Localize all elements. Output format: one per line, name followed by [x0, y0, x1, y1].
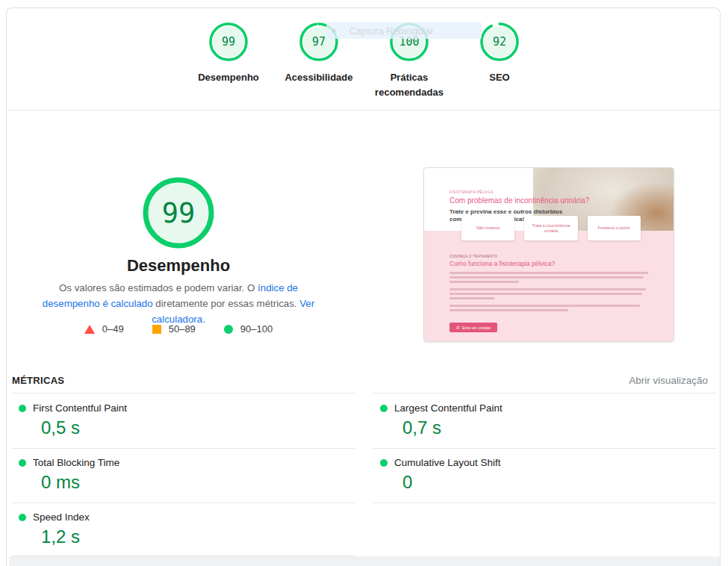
thumbnail-eyebrow: FISIOTERAPIA PÉLVICA [449, 190, 494, 194]
legend-range: 0–49 [102, 323, 124, 335]
legend-average: 50–89 [152, 323, 196, 335]
divider [373, 503, 717, 503]
red-triangle-icon [84, 325, 95, 334]
feature-card: Fortalece o pélvis [588, 216, 641, 240]
score-label: SEO [489, 70, 509, 85]
contact-button-label: Entre em contato [462, 326, 491, 330]
screen-capture-overlay: ✳ Captura Retangular [326, 22, 482, 39]
thumbnail-title: Com problemas de incontinência urinária? [449, 196, 632, 205]
next-section-strip [9, 556, 720, 566]
thumbnail-contact-button: ✆ Entre em contato [449, 323, 497, 332]
orange-square-icon [152, 325, 161, 334]
capture-overlay-label: Captura Retangular [349, 25, 433, 37]
thumbnail-paragraph-placeholder [449, 272, 654, 314]
performance-score-value: 99 [143, 177, 214, 249]
legend-fail: 0–49 [84, 323, 124, 335]
metric-pass-dot [380, 405, 388, 412]
seo-gauge: 92 [480, 22, 519, 61]
green-circle-icon [224, 325, 233, 334]
divider [12, 503, 355, 503]
metric-pass-dot [380, 459, 388, 467]
score-value: 99 [209, 22, 248, 61]
divider [373, 448, 717, 449]
performance-gauge: 99 [209, 22, 248, 61]
open-visualization-toggle[interactable]: Abrir visualização [629, 375, 708, 386]
thumbnail-section-title: Como funciona a fisioterapia pélvica? [449, 260, 555, 267]
performance-description: Os valores são estimados e podem variar.… [33, 280, 324, 327]
score-legend: 0–49 50–89 90–100 [29, 323, 328, 335]
feature-card: Trata a incontinência urinária [524, 216, 577, 240]
score-value: 92 [480, 22, 519, 61]
metric-value-cls: 0 [402, 472, 412, 493]
sparkle-icon: ✳ [331, 27, 337, 35]
header-divider [7, 110, 721, 111]
page-screenshot-thumbnail: FISIOTERAPIA PÉLVICA Com problemas de in… [423, 167, 674, 342]
phone-icon: ✆ [456, 325, 460, 330]
metric-value-speed-index: 1,2 s [41, 526, 80, 547]
metrics-heading: MÉTRICAS [12, 375, 64, 386]
divider [12, 448, 355, 449]
metric-pass-dot [19, 459, 26, 467]
metric-label-fcp: First Contentful Paint [33, 402, 127, 414]
metric-label-cls: Cumulative Layout Shift [394, 457, 501, 468]
metric-label-tbt: Total Blocking Time [33, 457, 119, 468]
score-label: Acessibilidade [284, 70, 352, 85]
feature-card: Não invasivo [461, 216, 514, 240]
metric-pass-dot [19, 405, 26, 412]
summary-score-performance[interactable]: 99 Desempenho [184, 22, 274, 100]
score-label: Práticas recomendadas [365, 70, 453, 100]
thumbnail-feature-cards: Não invasivo Trata a incontinência uriná… [461, 216, 641, 240]
metric-value-tbt: 0 ms [41, 472, 80, 493]
metric-pass-dot [19, 514, 26, 521]
legend-pass: 90–100 [224, 323, 273, 335]
metric-label-speed-index: Speed Index [33, 511, 90, 523]
description-text: Os valores são estimados e podem variar.… [59, 282, 258, 293]
divider [373, 393, 717, 394]
metric-value-fcp: 0,5 s [41, 417, 80, 438]
description-text: diretamente por essas métricas. [153, 298, 300, 309]
performance-section-title: Desempenho [29, 256, 328, 276]
performance-score-gauge: 99 [143, 177, 214, 249]
metric-label-lcp: Largest Contentful Paint [394, 402, 503, 414]
thumbnail-section-eyebrow: CONHEÇA O TRATAMENTO [449, 255, 497, 258]
legend-range: 50–89 [169, 323, 196, 335]
legend-range: 90–100 [240, 323, 273, 335]
divider [12, 393, 355, 394]
score-label: Desempenho [198, 70, 259, 85]
metric-value-lcp: 0,7 s [402, 417, 441, 438]
